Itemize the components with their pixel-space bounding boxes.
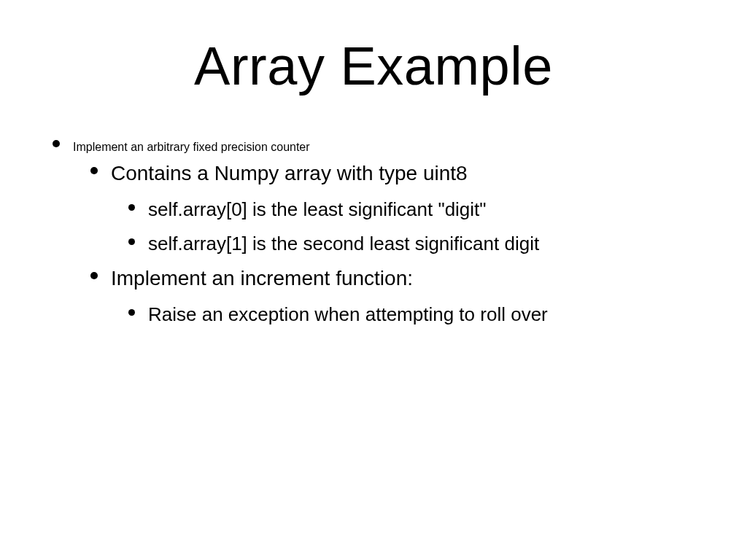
bullet-text: Contains a Numpy array with type uint8 [111,160,468,186]
list-item: self.array[0] is the least significant "… [128,198,703,222]
bullet-icon [90,167,98,174]
list-item: Implement an increment function: [90,265,703,291]
bullet-text: Implement an arbitrary fixed precision c… [73,140,310,155]
bullet-icon [90,272,98,279]
bullet-text: Raise an exception when attempting to ro… [148,303,548,327]
bullet-icon [128,238,135,245]
list-item: self.array[1] is the second least signif… [128,232,703,256]
list-item: Raise an exception when attempting to ro… [128,303,703,327]
bullet-text: self.array[0] is the least significant "… [148,198,487,222]
bullet-text: self.array[1] is the second least signif… [148,232,539,256]
list-item: Contains a Numpy array with type uint8 [90,160,703,186]
bullet-icon [53,140,60,147]
bullet-icon [128,309,135,316]
list-item: Implement an arbitrary fixed precision c… [53,140,703,327]
bullet-text: Implement an increment function: [111,265,413,291]
bullet-icon [128,204,135,211]
slide-title: Array Example [0,35,747,97]
bullet-list: Implement an arbitrary fixed precision c… [53,140,703,337]
slide: Array Example Implement an arbitrary fix… [0,0,747,560]
